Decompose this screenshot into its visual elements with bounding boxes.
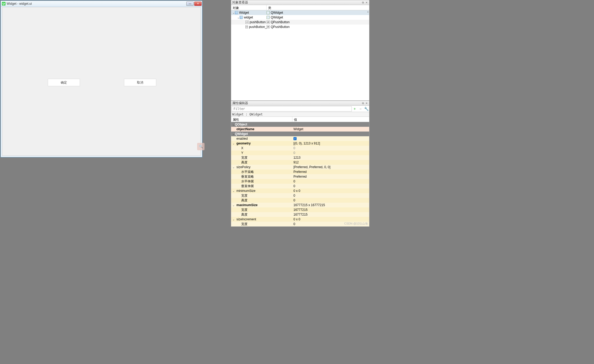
prop-min-width[interactable]: 宽度0 [231,193,369,198]
button-icon: ok [245,25,248,28]
filter-input[interactable] [232,106,352,111]
filter-row: ＋ − 🔧 [231,106,369,112]
detach-icon[interactable]: ⧉ [361,1,364,4]
cls-name: QPushButton [271,20,289,24]
prop-sizepolicy[interactable]: ⌄sizePolicy[Preferred, Preferred, 0, 0] [231,165,369,169]
prop-min-height[interactable]: 高度0 [231,198,369,203]
remove-property-icon[interactable]: − [358,106,363,112]
col-header-class[interactable]: 类 [267,5,369,10]
property-table-body[interactable]: ⌄QObject objectNameWidget ⌄QWidget enabl… [231,122,369,226]
prop-geometry-height[interactable]: 高度912 [231,160,369,165]
tree-row-widget-child[interactable]: ⌄widget QWidget [231,15,369,20]
property-table-header: 属性 值 [231,117,369,122]
chevron-down-icon[interactable]: ⌄ [232,166,235,169]
window-titlebar[interactable]: Qt Widget - widget.ui — ✕ [1,1,202,7]
prop-geometry[interactable]: ⌄geometry[(0, 0), 1213 x 912] [231,141,369,146]
group-qwidget[interactable]: ⌄QWidget [231,132,369,136]
prop-max-height[interactable]: 高度16777215 [231,212,369,217]
settings-icon[interactable]: 🔧 [363,106,369,112]
qwidget-class-icon [267,16,270,19]
scroll-up-icon[interactable]: ▴ [367,10,369,13]
qt-icon: Qt [2,2,6,6]
watermark: CSDN @过往山海 [344,222,368,226]
tree-row-widget-root[interactable]: ⌄Widget QWidget [231,10,369,15]
ok-button-label: 确定 [61,80,67,85]
obj-name: pushButton [250,20,266,24]
chevron-down-icon[interactable]: ⌄ [232,123,235,126]
col-header-property[interactable]: 属性 [231,117,292,122]
chevron-down-icon[interactable]: ⌄ [232,11,235,14]
prop-max-width[interactable]: 宽度16777215 [231,207,369,212]
obj-name: widget [244,16,253,19]
prop-minimumsize[interactable]: ⌄minimumSize0 x 0 [231,188,369,193]
qwidget-class-icon [267,11,270,14]
chevron-down-icon[interactable]: ⌄ [232,142,235,145]
design-canvas[interactable]: 确定 取消 🔍 [2,7,201,156]
obj-name: Widget [239,11,249,14]
magnify-icon[interactable]: 🔍 [197,143,205,150]
prop-geometry-width[interactable]: 宽度1213 [231,155,369,160]
col-header-object[interactable]: 对象 [231,5,267,10]
prop-geometry-x[interactable]: X0 [231,146,369,151]
qpushbutton-class-icon: ok [267,25,270,28]
group-qobject[interactable]: ⌄QObject [231,122,369,127]
prop-hpolicy[interactable]: 水平策略Preferred [231,169,369,174]
minimize-button[interactable]: — [186,2,194,6]
chevron-down-icon[interactable]: ⌄ [232,204,235,207]
prop-maximumsize[interactable]: ⌄maximumSize16777215 x 16777215 [231,203,369,207]
prop-hstretch[interactable]: 水平伸展0 [231,179,369,184]
ok-button[interactable]: 确定 [48,79,80,86]
window-title: Widget - widget.ui [7,2,186,6]
chevron-down-icon[interactable]: ⌄ [232,133,235,135]
chevron-down-icon[interactable]: ⌄ [237,16,240,19]
prop-geometry-y[interactable]: Y0 [231,151,369,155]
property-editor-panel: 属性编辑器 ⧉ ✕ ＋ − 🔧 Widget : QWidget 属性 值 ⌄Q… [231,101,369,227]
prop-sizeincrement[interactable]: ⌄sizeIncrement0 x 0 [231,217,369,222]
cls-name: QWidget [271,11,283,14]
add-property-icon[interactable]: ＋ [352,106,358,112]
detach-icon[interactable]: ⧉ [361,102,364,105]
widget-icon [235,11,238,14]
cls-name: QPushButton [271,25,289,29]
cancel-button-label: 取消 [137,80,143,85]
design-window: Qt Widget - widget.ui — ✕ 确定 取消 🔍 [1,1,202,157]
object-tree-body[interactable]: ▴ ⌄Widget QWidget ⌄widget QWidget okpush… [231,10,369,100]
cls-name: QWidget [271,16,283,19]
obj-name: pushButton_2 [249,25,268,29]
prop-vstretch[interactable]: 垂直伸展0 [231,184,369,188]
qpushbutton-class-icon: ok [267,21,270,24]
button-icon: ok [245,21,249,24]
widget-icon [240,16,243,19]
object-inspector-header[interactable]: 对象查看器 ⧉ ✕ [231,0,369,5]
panel-close-icon[interactable]: ✕ [365,1,368,4]
col-header-value[interactable]: 值 [292,117,369,122]
prop-objectname[interactable]: objectNameWidget [231,127,369,132]
property-editor-header[interactable]: 属性编辑器 ⧉ ✕ [231,101,369,106]
panel-close-icon[interactable]: ✕ [365,102,368,105]
cancel-button[interactable]: 取消 [124,79,156,86]
property-breadcrumb: Widget : QWidget [231,112,369,117]
prop-enabled[interactable]: enabled✓ [231,136,369,141]
object-tree-header: 对象 类 [231,5,369,10]
checkbox-checked-icon[interactable]: ✓ [293,137,297,140]
prop-vpolicy[interactable]: 垂直策略Preferred [231,174,369,179]
tree-row-pushbutton-1[interactable]: okpushButton okQPushButton [231,20,369,25]
property-editor-title: 属性编辑器 [232,101,248,105]
chevron-down-icon[interactable]: ⌄ [232,190,235,192]
close-button[interactable]: ✕ [194,2,202,6]
object-inspector-panel: 对象查看器 ⧉ ✕ 对象 类 ▴ ⌄Widget QWidget ⌄widget… [231,0,369,101]
tree-row-pushbutton-2[interactable]: okpushButton_2 okQPushButton [231,25,369,29]
chevron-down-icon[interactable]: ⌄ [232,218,235,221]
object-inspector-title: 对象查看器 [232,0,248,5]
